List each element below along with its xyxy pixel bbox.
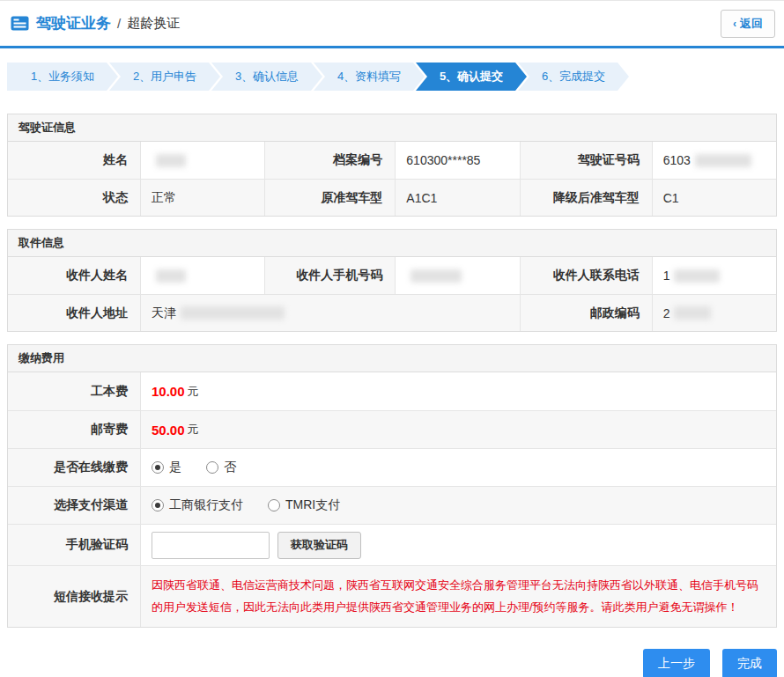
back-button[interactable]: ‹ 返回 — [721, 10, 775, 38]
recipient-phone-label: 收件人联系电话 — [520, 257, 652, 294]
status-label: 状态 — [8, 180, 140, 216]
post-fee-row: 邮寄费 50.00 元 — [8, 410, 776, 448]
work-fee-label: 工本费 — [8, 372, 140, 410]
online-pay-row: 是否在线缴费 是 否 — [8, 448, 776, 486]
section-pickup-info: 取件信息 收件人姓名 收件人手机号码 收件人联系电话 1 收件人地址 天津 — [7, 229, 777, 332]
file-no-label: 档案编号 — [264, 142, 395, 179]
redacted-name — [156, 154, 186, 167]
radio-dot-icon — [206, 461, 218, 474]
step-tab-2-declaration[interactable]: 2、用户申告 — [109, 63, 220, 91]
radio-dot-icon — [152, 499, 164, 511]
radio-online-pay-yes[interactable]: 是 — [152, 460, 181, 475]
pay-channel-options: 工商银行支付 TMRI支付 — [140, 487, 776, 524]
work-fee-value: 10.00 元 — [140, 372, 776, 410]
online-pay-label: 是否在线缴费 — [8, 449, 140, 486]
license-business-icon — [11, 16, 29, 31]
sms-tip-cell: 因陕西省联通、电信运营商技术问题，陕西省互联网交通安全综合服务管理平台无法向持陕… — [140, 566, 776, 627]
license-no-value: 6103 — [652, 142, 776, 179]
step-tab-1-notice[interactable]: 1、业务须知 — [7, 63, 118, 91]
radio-dot-icon — [268, 499, 280, 511]
top-bar: 驾驶证业务 / 超龄换证 ‹ 返回 — [0, 1, 784, 48]
bottom-actions: 上一步 完成 — [0, 649, 777, 677]
work-fee-row: 工本费 10.00 元 — [8, 372, 776, 410]
radio-channel-tmri-label: TMRI支付 — [285, 497, 340, 513]
radio-channel-icbc[interactable]: 工商银行支付 — [152, 497, 243, 513]
radio-dot-icon — [152, 461, 164, 474]
recipient-phone-value: 1 — [652, 257, 776, 294]
sms-code-input[interactable] — [152, 532, 270, 559]
section-pickup-info-title: 取件信息 — [8, 230, 776, 257]
sms-tip-label: 短信接收提示 — [8, 566, 140, 627]
orig-class-label: 原准驾车型 — [264, 180, 395, 216]
recipient-name-label: 收件人姓名 — [8, 257, 140, 294]
work-fee-unit: 元 — [188, 384, 199, 400]
status-value: 正常 — [140, 180, 264, 216]
downgrade-class-label: 降级后准驾车型 — [520, 180, 652, 216]
recipient-mobile-value — [395, 257, 519, 294]
redacted-recipient-name — [156, 269, 186, 283]
page-title: 驾驶证业务 — [36, 13, 111, 33]
back-button-label: 返回 — [740, 16, 763, 32]
step-progress-bar: 1、业务须知 2、用户申告 3、确认信息 4、资料填写 5、确认提交 6、完成提… — [7, 63, 784, 91]
get-sms-code-button[interactable]: 获取验证码 — [277, 532, 361, 559]
section-fees: 缴纳费用 工本费 10.00 元 邮寄费 50.00 元 是否在线缴费 是 — [7, 344, 777, 628]
breadcrumb-separator: / — [117, 16, 121, 31]
sms-tip-row: 短信接收提示 因陕西省联通、电信运营商技术问题，陕西省互联网交通安全综合服务管理… — [8, 565, 776, 627]
license-no-label: 驾驶证号码 — [520, 142, 652, 179]
file-no-value: 610300****85 — [395, 142, 519, 179]
back-chevron-icon: ‹ — [733, 18, 736, 30]
redacted-postcode — [674, 306, 711, 320]
radio-channel-icbc-label: 工商银行支付 — [169, 497, 243, 513]
downgrade-class-value: C1 — [652, 180, 776, 216]
sms-code-field-cell: 获取验证码 — [140, 525, 776, 565]
breadcrumb-current: 超龄换证 — [127, 15, 180, 32]
redacted-address — [181, 306, 285, 320]
section-license-info: 驾驶证信息 姓名 档案编号 610300****85 驾驶证号码 6103 状态… — [7, 114, 777, 217]
work-fee-amount: 10.00 — [152, 384, 185, 399]
finish-button[interactable]: 完成 — [722, 649, 777, 677]
radio-online-pay-no[interactable]: 否 — [206, 460, 236, 475]
step-tab-4-fill-data[interactable]: 4、资料填写 — [314, 63, 425, 91]
radio-channel-tmri[interactable]: TMRI支付 — [268, 497, 340, 513]
section-license-info-title: 驾驶证信息 — [8, 114, 776, 142]
pay-channel-row: 选择支付渠道 工商银行支付 TMRI支付 — [8, 486, 776, 524]
pay-channel-label: 选择支付渠道 — [8, 487, 140, 524]
radio-online-pay-yes-label: 是 — [169, 460, 181, 475]
step-tab-3-confirm-info[interactable]: 3、确认信息 — [211, 63, 322, 91]
name-value — [140, 142, 264, 179]
post-fee-unit: 元 — [188, 422, 199, 438]
sms-code-label: 手机验证码 — [8, 525, 140, 565]
address-label: 收件人地址 — [8, 295, 140, 331]
step-tab-5-confirm-submit[interactable]: 5、确认提交 — [416, 63, 527, 91]
table-row: 姓名 档案编号 610300****85 驾驶证号码 6103 — [8, 142, 776, 179]
post-fee-label: 邮寄费 — [8, 411, 140, 448]
sms-tip-text: 因陕西省联通、电信运营商技术问题，陕西省互联网交通安全综合服务管理平台无法向持陕… — [152, 575, 766, 618]
redacted-license-no — [695, 154, 751, 167]
orig-class-value: A1C1 — [395, 180, 519, 216]
redacted-recipient-phone — [674, 269, 720, 283]
postcode-value: 2 — [652, 295, 776, 331]
page: 驾驶证业务 / 超龄换证 ‹ 返回 1、业务须知 2、用户申告 3、确认信息 4… — [0, 0, 784, 677]
section-fees-title: 缴纳费用 — [8, 345, 776, 372]
step-tab-6-complete[interactable]: 6、完成提交 — [518, 63, 629, 91]
name-label: 姓名 — [8, 142, 140, 179]
address-value: 天津 — [140, 295, 520, 331]
recipient-mobile-label: 收件人手机号码 — [264, 257, 395, 294]
post-fee-value: 50.00 元 — [140, 411, 776, 448]
sms-code-row: 手机验证码 获取验证码 — [8, 524, 776, 565]
table-row: 状态 正常 原准驾车型 A1C1 降级后准驾车型 C1 — [8, 179, 776, 216]
redacted-recipient-mobile — [410, 269, 462, 283]
table-row: 收件人姓名 收件人手机号码 收件人联系电话 1 — [8, 257, 776, 294]
postcode-label: 邮政编码 — [520, 295, 652, 331]
post-fee-amount: 50.00 — [152, 423, 185, 438]
table-row: 收件人地址 天津 邮政编码 2 — [8, 294, 776, 331]
online-pay-options: 是 否 — [140, 449, 776, 486]
radio-online-pay-no-label: 否 — [224, 460, 236, 475]
recipient-name-value — [140, 257, 264, 294]
previous-step-button[interactable]: 上一步 — [643, 649, 710, 677]
